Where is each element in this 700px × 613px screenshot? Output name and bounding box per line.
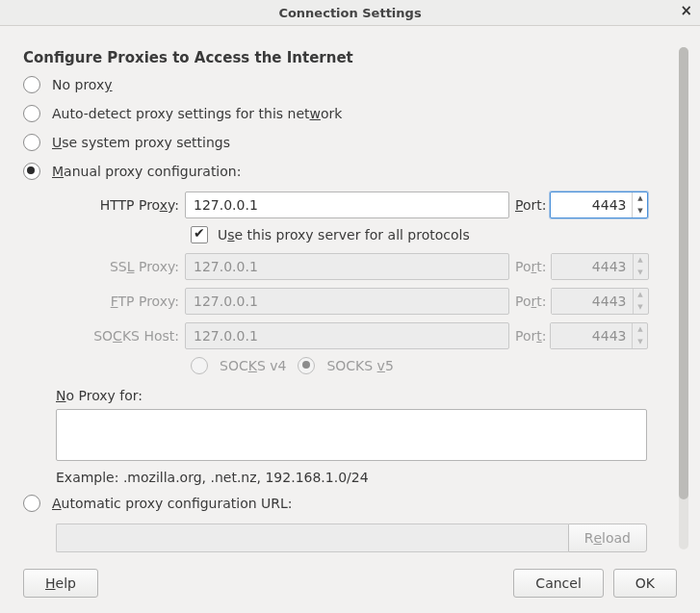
socks-port-input xyxy=(551,323,632,348)
socks-version-row: SOCKS v4 SOCKS v5 xyxy=(191,357,671,374)
no-proxy-label: No Proxy for: xyxy=(56,388,671,403)
chevron-down-icon: ▼ xyxy=(633,336,647,348)
ssl-port-stepper: ▲▼ xyxy=(633,254,648,279)
radio-auto-detect[interactable] xyxy=(23,105,40,122)
reload-button: Reload xyxy=(568,524,647,552)
http-proxy-host-input[interactable] xyxy=(185,192,509,218)
manual-fields: HTTP Proxy: Port: ▲▼ Use this proxy serv… xyxy=(56,192,671,374)
radio-socks5-label: SOCKS v5 xyxy=(326,358,393,373)
radio-auto-detect-label: Auto-detect proxy settings for this netw… xyxy=(52,106,342,121)
ftp-port-input xyxy=(552,289,633,314)
radio-system-proxy[interactable] xyxy=(23,134,40,151)
radio-no-proxy-label: No proxy xyxy=(52,77,113,92)
radio-system-proxy-label: Use system proxy settings xyxy=(52,135,230,150)
ftp-proxy-host-input xyxy=(185,288,509,315)
use-all-checkbox[interactable] xyxy=(191,226,208,243)
help-button[interactable]: Help xyxy=(23,569,98,598)
ssl-port-label: Port: xyxy=(509,259,551,274)
socks-port-stepper: ▲▼ xyxy=(632,323,647,348)
scrollbar-thumb[interactable] xyxy=(679,47,688,499)
chevron-up-icon: ▲ xyxy=(634,289,648,301)
chevron-down-icon[interactable]: ▼ xyxy=(633,205,647,217)
ssl-row: SSL Proxy: Port: ▲▼ xyxy=(56,253,671,280)
option-no-proxy[interactable]: No proxy xyxy=(23,76,671,93)
radio-pac-url-label: Automatic proxy configuration URL: xyxy=(52,496,293,511)
socks-host-input xyxy=(185,322,509,349)
radio-manual-proxy[interactable] xyxy=(23,163,40,180)
option-auto-detect[interactable]: Auto-detect proxy settings for this netw… xyxy=(23,105,671,122)
use-all-label: Use this proxy server for all protocols xyxy=(218,227,470,243)
ssl-proxy-host-input xyxy=(185,253,509,280)
ftp-row: FTP Proxy: Port: ▲▼ xyxy=(56,288,671,315)
no-proxy-example: Example: .mozilla.org, .net.nz, 192.168.… xyxy=(56,470,671,485)
ftp-port-spin: ▲▼ xyxy=(551,288,649,315)
http-proxy-label: HTTP Proxy: xyxy=(56,197,185,213)
radio-socks4-label: SOCKS v4 xyxy=(220,358,286,373)
radio-socks5 xyxy=(298,357,315,374)
chevron-up-icon: ▲ xyxy=(634,254,648,267)
radio-socks4 xyxy=(191,357,208,374)
option-pac-url[interactable]: Automatic proxy configuration URL: xyxy=(23,495,671,512)
http-port-stepper[interactable]: ▲▼ xyxy=(632,192,647,217)
window-title: Connection Settings xyxy=(278,6,421,20)
no-proxy-textarea[interactable] xyxy=(56,409,647,461)
close-icon[interactable]: × xyxy=(680,4,692,18)
socks-host-label: SOCKS Host: xyxy=(56,328,185,344)
pac-url-row: Reload xyxy=(56,524,647,552)
titlebar: Connection Settings × xyxy=(0,0,700,26)
socks-row: SOCKS Host: Port: ▲▼ xyxy=(56,322,671,349)
http-port-spin[interactable]: ▲▼ xyxy=(550,192,648,218)
chevron-up-icon[interactable]: ▲ xyxy=(633,192,647,205)
cancel-button[interactable]: Cancel xyxy=(513,569,603,598)
chevron-down-icon: ▼ xyxy=(634,301,648,314)
chevron-up-icon: ▲ xyxy=(633,323,647,336)
option-system-proxy[interactable]: Use system proxy settings xyxy=(23,134,671,151)
http-port-label: Port: xyxy=(509,197,550,213)
ftp-proxy-label: FTP Proxy: xyxy=(56,294,185,309)
ssl-port-spin: ▲▼ xyxy=(551,253,649,280)
chevron-down-icon: ▼ xyxy=(634,267,648,279)
section-heading: Configure Proxies to Access the Internet xyxy=(23,49,671,66)
use-all-row[interactable]: Use this proxy server for all protocols xyxy=(191,226,671,243)
ok-button[interactable]: OK xyxy=(613,569,677,598)
radio-pac-url[interactable] xyxy=(23,495,40,512)
socks-port-spin: ▲▼ xyxy=(550,322,648,349)
scrollbar-track[interactable] xyxy=(679,47,688,549)
ssl-port-input xyxy=(552,254,633,279)
dialog-footer: Help Cancel OK xyxy=(0,552,700,612)
ftp-port-stepper: ▲▼ xyxy=(633,289,648,314)
option-manual-proxy[interactable]: Manual proxy configuration: xyxy=(23,163,671,180)
http-port-input[interactable] xyxy=(551,192,632,217)
radio-manual-proxy-label: Manual proxy configuration: xyxy=(52,164,241,179)
content-area: Configure Proxies to Access the Internet… xyxy=(0,26,700,552)
pac-url-input xyxy=(56,524,568,552)
radio-no-proxy[interactable] xyxy=(23,76,40,93)
ftp-port-label: Port: xyxy=(509,294,551,309)
ssl-proxy-label: SSL Proxy: xyxy=(56,259,185,274)
socks-port-label: Port: xyxy=(509,328,550,344)
http-row: HTTP Proxy: Port: ▲▼ xyxy=(56,192,671,218)
no-proxy-box xyxy=(56,409,647,464)
